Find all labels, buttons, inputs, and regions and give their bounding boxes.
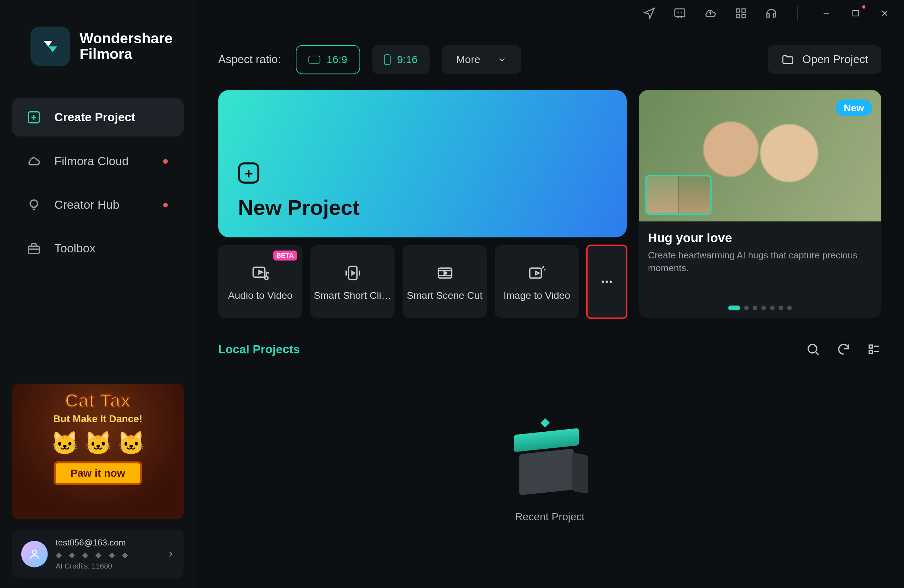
notification-dot (163, 202, 168, 207)
open-project-button[interactable]: Open Project (768, 45, 881, 74)
send-icon[interactable] (642, 6, 656, 20)
tile-smart-short-clips[interactable]: Smart Short Cli… (310, 245, 394, 318)
portrait-icon (384, 54, 390, 65)
new-badge: New (836, 99, 872, 116)
window-close-button[interactable] (879, 8, 891, 19)
image-video-icon (527, 263, 547, 282)
svg-rect-14 (348, 266, 356, 279)
beta-badge: BETA (273, 251, 297, 260)
feature-thumbnails (645, 175, 712, 215)
more-label: More (456, 54, 480, 66)
folder-icon (781, 53, 794, 66)
svg-point-3 (30, 200, 38, 207)
aspect-ratio-value: 16:9 (327, 54, 347, 66)
sidebar-item-create-project[interactable]: Create Project (12, 98, 184, 136)
scene-cut-icon (435, 263, 455, 282)
app-logo (30, 27, 70, 66)
window-minimize-button[interactable] (820, 8, 832, 19)
svg-point-20 (808, 345, 817, 353)
tile-more-button[interactable] (587, 245, 627, 318)
empty-box-icon (510, 424, 589, 497)
svg-rect-7 (736, 9, 740, 12)
tile-image-to-video[interactable]: Image to Video (495, 245, 579, 318)
apps-grid-icon[interactable] (733, 6, 748, 20)
sidebar-item-toolbox[interactable]: Toolbox (12, 229, 184, 268)
feature-description: Create heartwarming AI hugs that capture… (648, 249, 872, 274)
refresh-icon[interactable] (836, 342, 851, 356)
brand-line2: Filmora (79, 46, 172, 63)
svg-point-5 (33, 550, 36, 553)
svg-rect-22 (869, 350, 872, 354)
svg-rect-6 (675, 9, 685, 17)
sidebar-item-label: Toolbox (54, 242, 95, 255)
short-clips-icon (343, 263, 362, 282)
promo-cta-button[interactable]: Paw it now (54, 462, 142, 485)
more-dots-icon (599, 274, 615, 290)
tile-smart-scene-cut[interactable]: Smart Scene Cut (403, 245, 487, 318)
svg-rect-15 (438, 268, 451, 277)
toolbox-icon (27, 241, 41, 256)
bulb-icon (27, 197, 41, 212)
svg-rect-21 (869, 345, 872, 348)
cloud-upload-icon[interactable] (703, 6, 718, 20)
svg-rect-4 (28, 246, 40, 254)
chevron-right-icon (166, 550, 174, 558)
feedback-icon[interactable] (672, 6, 687, 20)
svg-point-17 (602, 281, 604, 283)
aspect-ratio-bar: Aspect ratio: 16:9 9:16 More Open Projec… (196, 27, 904, 74)
svg-point-13 (265, 276, 268, 279)
svg-marker-0 (44, 41, 52, 46)
new-project-hero[interactable]: ＋ New Project (218, 90, 627, 237)
main-content: Aspect ratio: 16:9 9:16 More Open Projec… (196, 0, 904, 588)
headset-icon[interactable] (764, 6, 778, 20)
promo-title: Cat Tax (12, 390, 184, 411)
aspect-ratio-16-9-button[interactable]: 16:9 (296, 45, 360, 74)
tile-label: Audio to Video (228, 289, 292, 301)
sidebar-item-creator-hub[interactable]: Creator Hub (12, 186, 184, 224)
brand-line1: Wondershare (79, 30, 172, 47)
search-icon[interactable] (806, 342, 820, 356)
brand: Wondershare Filmora (12, 27, 184, 86)
plus-square-icon (27, 110, 41, 125)
sidebar-nav: Create Project Filmora Cloud Creator Hub (12, 98, 184, 268)
aspect-ratio-9-16-button[interactable]: 9:16 (372, 45, 430, 74)
window-maximize-button[interactable] (849, 8, 861, 19)
promo-illustration: 🐱🐱🐱 (12, 430, 184, 456)
avatar (21, 541, 48, 567)
sidebar-item-label: Create Project (54, 110, 135, 124)
aspect-ratio-value: 9:16 (397, 54, 417, 66)
cloud-icon (27, 154, 41, 169)
feature-title: Hug your love (648, 231, 872, 245)
list-view-icon[interactable] (867, 342, 881, 356)
empty-state: Recent Project (196, 356, 904, 588)
notification-dot (163, 159, 168, 163)
sidebar-item-label: Filmora Cloud (54, 154, 129, 168)
open-project-label: Open Project (802, 53, 868, 66)
aspect-ratio-more-button[interactable]: More (441, 45, 522, 74)
quick-tools-row: BETA Audio to Video Smart Short Cli… Sma… (218, 237, 627, 318)
user-credits: AI Credits: 11680 (56, 562, 158, 570)
sidebar-item-filmora-cloud[interactable]: Filmora Cloud (12, 142, 184, 180)
feature-image: New (639, 90, 881, 221)
titlebar (196, 0, 904, 27)
user-email: test056@163.com (56, 538, 158, 548)
sidebar-item-label: Creator Hub (54, 198, 119, 211)
sidebar: Wondershare Filmora Create Project Filmo… (0, 0, 196, 588)
chevron-down-icon (498, 55, 507, 64)
new-project-title: New Project (238, 195, 607, 220)
tile-label: Smart Scene Cut (407, 289, 483, 301)
promo-banner[interactable]: Cat Tax But Make It Dance! 🐱🐱🐱 Paw it no… (12, 384, 184, 519)
svg-rect-11 (853, 11, 858, 16)
svg-rect-8 (742, 9, 745, 12)
svg-rect-9 (736, 14, 740, 18)
tile-audio-to-video[interactable]: BETA Audio to Video (218, 245, 302, 318)
feature-card[interactable]: New Hug your love Create heartwarming AI… (639, 90, 881, 318)
plus-icon: ＋ (238, 162, 259, 184)
landscape-icon (308, 56, 320, 63)
carousel-dots[interactable] (639, 306, 881, 310)
user-account-row[interactable]: test056@163.com ◆◆◆◆◆◆ AI Credits: 11680 (12, 530, 184, 578)
svg-rect-10 (742, 14, 745, 18)
svg-point-19 (610, 281, 612, 283)
user-badges: ◆◆◆◆◆◆ (56, 550, 158, 559)
empty-state-label: Recent Project (515, 511, 585, 523)
